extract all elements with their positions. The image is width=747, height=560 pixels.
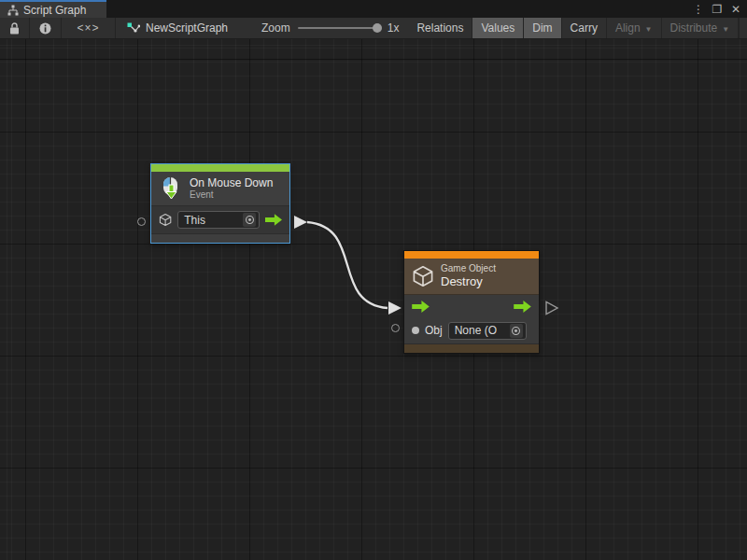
- tab-script-graph[interactable]: Script Graph: [0, 0, 106, 18]
- object-picker-icon[interactable]: [243, 213, 256, 227]
- object-picker-icon[interactable]: [510, 324, 523, 338]
- wire-start-arrowhead: [294, 216, 307, 229]
- zoom-value: 1x: [388, 21, 400, 35]
- target-field-value: This: [184, 214, 205, 227]
- graph-hierarchy-icon: [7, 5, 19, 16]
- zoom-slider[interactable]: [298, 27, 380, 29]
- values-button[interactable]: Values: [472, 18, 524, 38]
- flow-input-arrow-icon[interactable]: [412, 301, 430, 313]
- mouse-node-target-port[interactable]: [137, 217, 146, 226]
- chevron-down-icon: ▼: [722, 25, 729, 34]
- mouse-down-icon: [159, 176, 183, 201]
- chevron-down-icon: ▼: [645, 25, 653, 34]
- gameobject-accent-stripe: [404, 251, 539, 259]
- flow-connection-wire[interactable]: [294, 216, 402, 315]
- overview-button[interactable]: Overview: [740, 18, 747, 38]
- node-header[interactable]: Game Object Destroy: [404, 259, 539, 295]
- graph-reference[interactable]: NewScriptGraph: [116, 18, 239, 38]
- obj-field-value: None (O: [455, 324, 497, 337]
- node-subtitle: Event: [190, 189, 273, 201]
- event-accent-stripe: [151, 164, 289, 172]
- zoom-slider-thumb[interactable]: [373, 23, 382, 33]
- node-on-mouse-down[interactable]: On Mouse Down Event This: [150, 163, 290, 244]
- code-view-button[interactable]: <×>: [62, 18, 116, 38]
- obj-value-port-dot[interactable]: [412, 327, 419, 334]
- mouse-node-port-row: This: [151, 206, 289, 233]
- lock-button[interactable]: [0, 18, 30, 38]
- tab-bar: Script Graph ⋮ ❐ ✕: [0, 0, 747, 18]
- carry-label: Carry: [571, 21, 598, 35]
- dim-label: Dim: [532, 21, 552, 35]
- node-title: On Mouse Down: [190, 176, 273, 189]
- destroy-node-obj-port[interactable]: [391, 324, 400, 332]
- node-category: Game Object: [441, 263, 496, 274]
- graph-toolbar: <×> NewScriptGraph Zoom 1x Relations Val…: [0, 18, 747, 39]
- obj-object-field[interactable]: None (O: [448, 322, 527, 340]
- align-dropdown[interactable]: Align ▼: [607, 18, 662, 38]
- relations-label: Relations: [416, 21, 463, 35]
- destroy-flow-row: [404, 295, 539, 317]
- info-icon: [39, 22, 51, 35]
- close-icon[interactable]: ✕: [728, 2, 743, 17]
- node-footer: [151, 233, 289, 243]
- code-icon: <×>: [77, 21, 99, 35]
- distribute-label: Distribute: [670, 21, 718, 35]
- flow-output-arrow-icon[interactable]: [265, 214, 282, 226]
- node-titles: Game Object Destroy: [441, 263, 496, 289]
- graph-name: NewScriptGraph: [146, 21, 228, 35]
- node-header[interactable]: On Mouse Down Event: [151, 172, 289, 206]
- gameobject-cube-icon: [159, 213, 172, 227]
- zoom-control: Zoom 1x: [252, 18, 408, 38]
- dim-button[interactable]: Dim: [524, 18, 561, 38]
- zoom-label: Zoom: [261, 21, 290, 35]
- obj-port-label: Obj: [425, 324, 443, 337]
- menu-kebab-icon[interactable]: ⋮: [691, 2, 706, 17]
- window-controls: ⋮ ❐ ✕: [691, 0, 743, 18]
- gameobject-cube-icon: [412, 265, 434, 287]
- unity-script-graph-window: { "window": { "tab": { "label": "Script …: [0, 0, 747, 560]
- info-button[interactable]: [30, 18, 62, 38]
- maximize-icon[interactable]: ❐: [710, 2, 725, 17]
- align-label: Align: [615, 21, 641, 35]
- target-object-field[interactable]: This: [177, 211, 260, 229]
- relations-button[interactable]: Relations: [408, 18, 472, 38]
- distribute-dropdown[interactable]: Distribute ▼: [662, 18, 740, 38]
- flow-continue-triangle[interactable]: [546, 302, 557, 315]
- graph-asset-icon: [127, 22, 140, 34]
- lock-icon: [9, 22, 20, 35]
- flow-output-arrow-icon[interactable]: [514, 301, 531, 313]
- node-destroy[interactable]: Game Object Destroy Obj None (O: [403, 250, 540, 354]
- tab-label: Script Graph: [23, 4, 86, 17]
- carry-button[interactable]: Carry: [562, 18, 607, 38]
- wire-layer: [0, 39, 747, 560]
- values-label: Values: [481, 21, 514, 35]
- node-title: Destroy: [441, 274, 496, 289]
- graph-canvas[interactable]: On Mouse Down Event This: [0, 39, 747, 560]
- wire-end-arrowhead: [388, 301, 402, 315]
- node-footer: [404, 343, 539, 353]
- destroy-obj-row: Obj None (O: [404, 317, 539, 343]
- node-titles: On Mouse Down Event: [190, 176, 273, 201]
